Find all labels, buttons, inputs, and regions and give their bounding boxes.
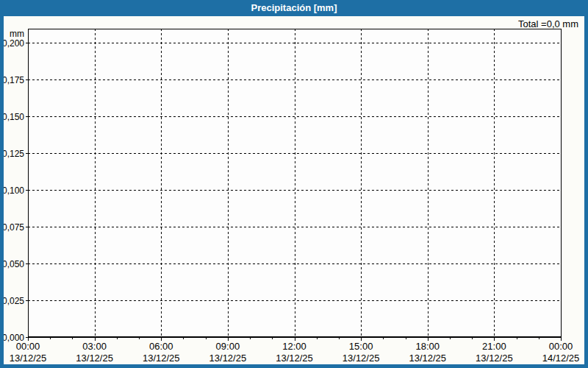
grid-layer — [28, 29, 561, 337]
y-tick-label: 0,050 — [4, 259, 24, 269]
x-tick-date-label: 13/12/25 — [209, 353, 247, 364]
x-tick-time-label: 15:00 — [349, 341, 373, 352]
x-tick-time-label: 03:00 — [82, 341, 107, 352]
x-tick-time-label: 21:00 — [482, 341, 506, 352]
x-tick-date-label: 13/12/25 — [10, 353, 47, 364]
x-tick-date-label: 14/12/25 — [542, 353, 580, 364]
x-tick-time-label: 06:00 — [149, 341, 173, 352]
y-tick-label: 0,175 — [4, 75, 24, 85]
y-tick-label: 0,100 — [4, 185, 24, 196]
x-tick-date-label: 13/12/25 — [276, 353, 313, 364]
x-tick-time-label: 12:00 — [282, 341, 306, 352]
precipitation-chart-window: Precipitación [mm] Total =0,0 mm 0,2000,… — [0, 0, 588, 368]
chart-title: Precipitación [mm] — [251, 0, 337, 16]
x-tick-date-label: 13/12/25 — [76, 353, 113, 364]
x-tick-time-label: 09:00 — [216, 341, 240, 352]
y-axis-unit-label: mm — [10, 29, 24, 39]
x-tick-time-label: 18:00 — [415, 341, 440, 352]
precipitation-plot: 0,2000,1750,1500,1250,1000,0750,0500,025… — [4, 16, 584, 364]
title-bar: Precipitación [mm] — [0, 0, 588, 16]
y-tick-label: 0,150 — [4, 112, 24, 122]
y-tick-label: 0,075 — [4, 222, 24, 233]
x-tick-date-label: 13/12/25 — [409, 353, 446, 364]
y-tick-label: 0,025 — [4, 296, 24, 306]
y-tick-label: 0,200 — [4, 38, 24, 49]
total-value-label: Total =0,0 mm — [518, 18, 578, 29]
y-tick-label: 0,125 — [4, 149, 24, 159]
x-tick-date-label: 13/12/25 — [343, 353, 380, 364]
x-tick-date-label: 13/12/25 — [476, 353, 513, 364]
x-tick-time-label: 00:00 — [549, 341, 573, 352]
plot-background — [28, 29, 561, 337]
x-tick-time-label: 00:00 — [16, 341, 40, 352]
chart-content: Total =0,0 mm 0,2000,1750,1500,1250,1000… — [4, 16, 584, 364]
x-tick-date-label: 13/12/25 — [143, 353, 180, 364]
